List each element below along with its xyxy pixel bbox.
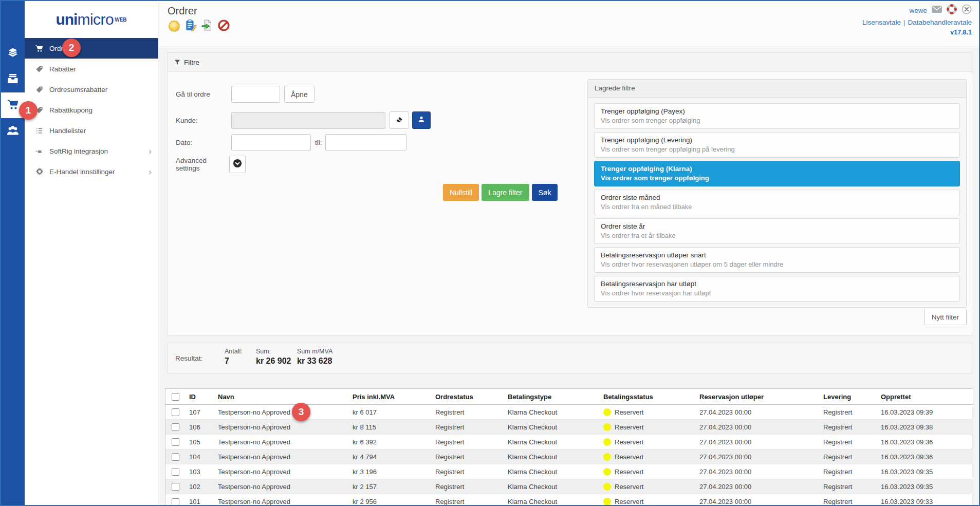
cell-price: kr 2 956 [348,494,431,506]
save-filter-button[interactable]: Lagre filter [482,184,529,201]
date-from-input[interactable] [231,134,311,151]
person-icon [418,116,425,125]
annotation-badge-1: 1 [19,101,38,120]
cart-icon [35,44,44,53]
row-checkbox[interactable] [172,468,179,476]
cell-price: kr 2 157 [348,479,431,494]
cell-delivery: Registrert [819,449,877,464]
status-dot-yellow [603,468,611,476]
cell-name: Testperson-no Approved [214,479,348,494]
row-checkbox[interactable] [172,438,179,446]
cell-price: kr 3 196 [348,464,431,479]
date-to-label: til: [315,139,325,146]
open-order-button[interactable]: Åpne [284,86,315,103]
status-dot-yellow [603,498,611,505]
saved-filter-title: Trenger oppfølging (Payex) [601,107,953,115]
new-order-button[interactable] [168,20,181,33]
row-checkbox[interactable] [172,483,179,491]
export-button[interactable] [200,20,214,33]
sidebar-item-ehandel-innstillinger[interactable]: E-Handel innstillinger › [25,161,158,182]
mail-icon[interactable] [932,6,942,15]
eraser-icon [395,115,403,125]
sidebar-item-ordre[interactable]: Ordre [25,38,158,59]
sidebar: unimicroWEB Ordre Rabatter Ordresumsraba… [25,1,158,505]
cell-payment-type: Klarna Checkout [504,420,599,435]
advanced-settings-label: Advanced settings [176,157,231,172]
sidebar-item-ordresumsrabatter[interactable]: Ordresumsrabatter [25,79,158,100]
close-circle-icon[interactable] [961,4,972,16]
saved-filter-item[interactable]: Trenger oppfølging (Klarna)Vis ordrer so… [594,161,960,186]
saved-filter-item[interactable]: Betalingsreservasjon utløper snartVis or… [594,247,960,273]
row-checkbox[interactable] [172,408,179,416]
advanced-settings-toggle[interactable] [229,156,246,173]
saved-filter-item[interactable]: Ordrer siste årVis ordrer fra et år tilb… [594,218,960,244]
plug-icon [35,147,44,156]
dpa-link[interactable]: Databehandleravtale [908,18,972,26]
username-link[interactable]: wewe [909,7,927,14]
page-title: Ordrer [168,5,197,17]
clear-customer-button[interactable] [390,111,409,129]
cell-price: kr 6 017 [348,405,431,420]
rail-item-inbox[interactable] [1,67,25,92]
order-row[interactable]: 105Testperson-no Approvedkr 6 392Registr… [165,435,973,449]
date-to-input[interactable] [325,134,406,151]
sidebar-item-label: SoftRig integrasjon [49,147,108,155]
column-header: Navn [214,389,348,405]
sidebar-item-handlelister[interactable]: Handlelister [25,120,158,141]
column-header: Betalingstype [504,389,599,405]
order-row[interactable]: 101Testperson-no Approvedkr 2 956Registr… [165,494,973,506]
cell-delivery: Registrert [819,405,877,420]
cell-created: 16.03.2023 09:35 [877,464,973,479]
cell-created: 16.03.2023 09:36 [877,449,973,464]
cell-reservation-expires: 27.04.2023 00:00 [695,420,819,435]
cell-payment-status: Reservert [599,405,695,420]
cell-order-status: Registrert [431,494,504,506]
sidebar-item-softrig[interactable]: SoftRig integrasjon › [25,141,158,161]
saved-filter-item[interactable]: Betalingsreservasjon har utløptVis ordre… [594,276,960,302]
sidebar-item-label: E-Handel innstillinger [49,168,115,176]
saved-filters-title: Lagrede filtre [588,80,966,98]
funnel-icon [174,59,180,65]
cell-payment-status: Reservert [599,435,695,449]
select-customer-button[interactable] [412,111,431,129]
cell-name: Testperson-no Approved [214,464,348,479]
order-row[interactable]: 103Testperson-no Approvedkr 3 196Registr… [165,464,973,479]
search-button[interactable]: Søk [532,184,558,201]
rail-item-documents[interactable] [1,41,25,67]
order-row[interactable]: 102Testperson-no Approvedkr 2 157Registr… [165,479,973,494]
reset-button[interactable]: Nullstill [443,184,479,201]
orders-table-body: 107Testperson-no Approvedkr 6 017Registr… [165,405,973,506]
status-dot-yellow [603,408,611,416]
cancel-order-button[interactable] [217,20,230,33]
row-checkbox[interactable] [172,498,179,506]
cell-id: 107 [185,405,214,420]
goto-order-input[interactable] [231,86,280,103]
sidebar-item-rabatter[interactable]: Rabatter [25,59,158,79]
cell-order-status: Registrert [431,435,504,449]
annotation-badge-2: 2 [62,39,81,57]
filter-panel-header[interactable]: Filtre [168,53,972,72]
documents-icon [6,46,20,62]
cell-payment-type: Klarna Checkout [504,405,599,420]
tag-icon [35,65,44,73]
sidebar-item-rabattkupong[interactable]: Rabattkupong [25,100,158,120]
row-checkbox[interactable] [172,453,179,461]
goto-order-label: Gå til ordre [176,90,231,98]
saved-filter-item[interactable]: Trenger oppfølging (Levering)Vis ordrer … [594,132,960,158]
rail-item-users[interactable] [1,118,25,144]
order-row[interactable]: 106Testperson-no Approvedkr 8 115Registr… [165,420,973,435]
row-checkbox[interactable] [172,423,179,431]
edit-list-button[interactable] [184,20,197,33]
saved-filter-item[interactable]: Ordrer siste månedVis ordrer fra en måne… [594,190,960,215]
block-icon [218,20,230,33]
new-filter-button[interactable]: Nytt filter [924,309,967,325]
license-link[interactable]: Lisensavtale [862,18,901,26]
order-row[interactable]: 107Testperson-no Approvedkr 6 017Registr… [165,405,973,420]
saved-filter-item[interactable]: Trenger oppfølging (Payex)Vis ordrer som… [594,103,960,129]
customer-input[interactable] [231,112,385,129]
column-header: Betalingsstatus [599,389,695,405]
order-row[interactable]: 104Testperson-no Approvedkr 4 794Registr… [165,449,973,464]
help-lifering-icon[interactable] [947,4,957,16]
select-all-checkbox[interactable] [172,393,179,401]
column-header: Reservasjon utløper [695,389,819,405]
